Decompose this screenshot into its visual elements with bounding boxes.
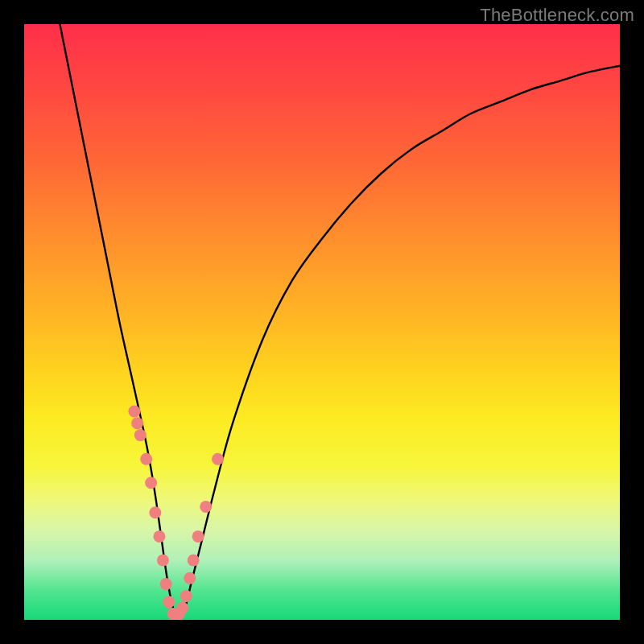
marker-dot <box>184 572 196 584</box>
marker-dot <box>131 417 143 429</box>
marker-dot <box>200 501 212 513</box>
watermark-text: TheBottleneck.com <box>480 5 634 26</box>
marker-dot <box>160 578 172 590</box>
marker-dot <box>163 596 175 608</box>
marker-dot <box>153 530 165 543</box>
marker-dot <box>145 477 157 489</box>
marker-dot <box>188 555 200 567</box>
marker-dot <box>134 429 147 441</box>
plot-area <box>24 24 620 620</box>
marker-dot <box>128 406 140 418</box>
marker-dot <box>149 506 161 518</box>
marker-dot <box>212 453 224 465</box>
marker-dot <box>176 602 188 614</box>
chart-frame: TheBottleneck.com <box>0 0 644 644</box>
bottleneck-curve <box>60 24 620 614</box>
marker-dot <box>192 530 204 543</box>
marker-dot <box>140 453 152 465</box>
marker-dot <box>157 555 169 567</box>
marker-dot <box>180 590 192 602</box>
chart-svg <box>24 24 620 620</box>
